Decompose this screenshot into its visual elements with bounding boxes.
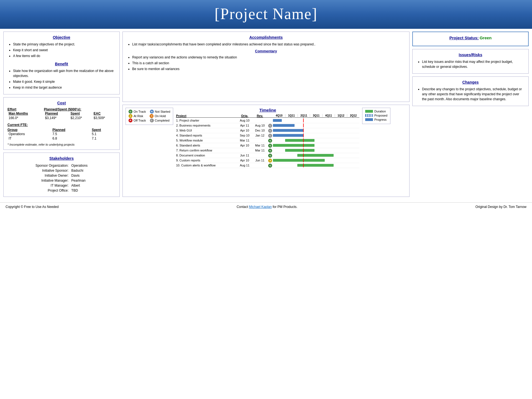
gantt-bar-area bbox=[273, 138, 359, 142]
gantt-rev: Mar 11 bbox=[252, 144, 267, 147]
table-row: 4. Standard reports Sep 10 Jan 12 C bbox=[176, 133, 359, 138]
footer-middle-link[interactable]: Michael Kaplan bbox=[249, 205, 272, 209]
commentary-title: Commentary bbox=[127, 49, 405, 53]
footer: Copyright © Free to Use As Needed Contac… bbox=[0, 202, 532, 211]
stakeholder-value-0: Operations bbox=[70, 163, 89, 168]
quarter-2q11: 2Q11 bbox=[298, 114, 310, 117]
on-track-icon: G bbox=[129, 110, 132, 114]
duration-label: Duration bbox=[374, 110, 386, 113]
val-planned: $3,149* bbox=[44, 116, 69, 120]
not-started-icon: N bbox=[150, 110, 154, 114]
footer-middle: Contact Michael Kaplan for PM Products. bbox=[237, 205, 297, 209]
gantt-status: G bbox=[267, 138, 273, 143]
off-track-label: Off Track bbox=[134, 119, 146, 122]
stakeholders-panel: Stakeholders Sponsor Organization: Opera… bbox=[3, 153, 120, 197]
gantt-status: G bbox=[267, 143, 273, 148]
stakeholder-value-4: Albert bbox=[70, 183, 89, 188]
issues-risks-panel: Issues/Risks List key issues and/or risk… bbox=[412, 49, 529, 74]
cost-footnote: * Incomplete estimate, refer to underlyi… bbox=[7, 143, 116, 146]
right-column: Project Status: Green Issues/Risks List … bbox=[412, 32, 529, 197]
list-item: This is a catch all section bbox=[132, 61, 405, 66]
stakeholder-label-2: Initiative Owner: bbox=[34, 173, 70, 178]
gantt-project-name: 8. Document creation bbox=[176, 154, 237, 157]
on-track-label: On Track bbox=[134, 110, 146, 113]
gantt-bar bbox=[273, 144, 314, 147]
gantt-bar-area bbox=[273, 148, 359, 152]
table-row: 2. Business requirements Apr 11 Aug 10 C bbox=[176, 123, 359, 128]
legend-item-at-risk: A At Risk H On Hold bbox=[129, 114, 170, 118]
main-content: Objective State the primary objectives o… bbox=[0, 29, 532, 200]
gantt-orig: Mar 11 bbox=[237, 139, 252, 142]
cost-table: Effort Planned/Spent ($000's): Man Month… bbox=[7, 107, 116, 120]
table-row: 6. Standard alerts Apr 10 Mar 11 G bbox=[176, 143, 359, 148]
fte-row-2-group: IT bbox=[7, 136, 44, 141]
val-spent: $2,210* bbox=[70, 116, 93, 120]
timeline-layout: G On Track N Not Started A At Risk H On … bbox=[126, 108, 406, 168]
timeline-legend-left: G On Track N Not Started A At Risk H On … bbox=[126, 108, 173, 125]
gantt-rows: 1. Project charter Aug 10 2. Business re… bbox=[176, 118, 359, 168]
objective-list: State the primary objectives of the proj… bbox=[7, 42, 116, 58]
completed-icon: C bbox=[150, 119, 154, 122]
today-line bbox=[303, 158, 304, 162]
list-item: Keep it short and sweet bbox=[13, 48, 116, 53]
gantt-bar bbox=[285, 149, 314, 152]
proposed-label: Proposed bbox=[374, 114, 387, 117]
list-item: State how the organization will gain fro… bbox=[13, 68, 116, 78]
gantt-header-row: Project Orig. Rev. 4Q10 1Q11 2Q11 3Q11 4… bbox=[176, 114, 359, 118]
mid-top-panel: Accomplishments List major tasks/accompl… bbox=[122, 32, 410, 102]
fte-row-2-spent: 7.1 bbox=[86, 136, 116, 141]
today-line bbox=[303, 138, 304, 142]
gantt-container: Project Orig. Rev. 4Q10 1Q11 2Q11 3Q11 4… bbox=[176, 114, 359, 168]
table-row: 9. Custom reports Apr 10 Jun 11 A bbox=[176, 158, 359, 163]
gantt-bar bbox=[297, 164, 334, 167]
gantt-status: C bbox=[267, 128, 273, 133]
table-row: Project Office: TBD bbox=[34, 188, 89, 193]
gantt-bar bbox=[273, 159, 325, 162]
today-line bbox=[303, 163, 304, 167]
gantt-bar-area bbox=[273, 128, 359, 132]
at-risk-icon: A bbox=[129, 114, 132, 118]
timeline-chart-area: Timeline Project Orig. Rev. 4Q10 1Q11 bbox=[176, 108, 359, 168]
timeline-section: G On Track N Not Started A At Risk H On … bbox=[122, 105, 410, 197]
timeline-legend-right: Duration Proposed Progress bbox=[362, 108, 406, 124]
gantt-rev: Mar 11 bbox=[252, 149, 267, 152]
gantt-project-name: 2. Business requirements bbox=[176, 124, 237, 127]
table-row: 1. Project charter Aug 10 bbox=[176, 118, 359, 123]
fte-row-1-planned: 7.5 bbox=[44, 132, 86, 136]
table-row: 8. Document creation Jun 11 G bbox=[176, 153, 359, 158]
on-hold-icon: H bbox=[150, 114, 154, 118]
val-man-months: 166.0* bbox=[7, 116, 44, 120]
today-line bbox=[303, 133, 304, 137]
quarter-2q12: 2Q12 bbox=[347, 114, 359, 117]
status-header: Project Status: Green bbox=[417, 35, 524, 40]
stakeholder-label-0: Sponsor Organization: bbox=[34, 163, 70, 168]
accomplishments-list: List major tasks/accomplishments that ha… bbox=[127, 42, 405, 47]
gantt-project-name: 6. Standard alerts bbox=[176, 144, 237, 147]
today-line bbox=[303, 123, 304, 127]
gantt-project-name: 1. Project charter bbox=[176, 119, 237, 122]
quarter-4q11: 4Q11 bbox=[323, 114, 335, 117]
gantt-bar bbox=[273, 119, 282, 122]
quarter-1q12: 1Q12 bbox=[335, 114, 347, 117]
gantt-bar-area bbox=[273, 153, 359, 157]
effort-label: Effort bbox=[7, 107, 44, 111]
gantt-status: G bbox=[267, 148, 273, 153]
project-status-value: Green bbox=[480, 35, 492, 40]
gantt-orig: Apr 11 bbox=[237, 124, 252, 127]
table-row: IT Manager: Albert bbox=[34, 183, 89, 188]
gantt-project-name: 9. Custom reports bbox=[176, 159, 237, 162]
progress-swatch bbox=[365, 118, 373, 121]
gantt-bar-area bbox=[273, 133, 359, 137]
gantt-orig: Aug 10 bbox=[237, 119, 252, 122]
stakeholder-label-4: IT Manager: bbox=[34, 183, 70, 188]
gantt-rev: Dec 10 bbox=[252, 129, 267, 132]
footer-right: Original Design by Dr. Tom Tarnow bbox=[475, 205, 526, 209]
list-item: List key issues and/or risks that may af… bbox=[422, 59, 525, 69]
fte-col-planned: Planned bbox=[44, 128, 86, 132]
completed-label: Completed bbox=[155, 119, 170, 122]
today-line bbox=[303, 128, 304, 132]
issues-risks-title: Issues/Risks bbox=[416, 53, 525, 57]
status-legend-box: G On Track N Not Started A At Risk H On … bbox=[126, 108, 173, 125]
gantt-bar bbox=[285, 139, 314, 142]
on-hold-label: On Hold bbox=[155, 114, 166, 118]
